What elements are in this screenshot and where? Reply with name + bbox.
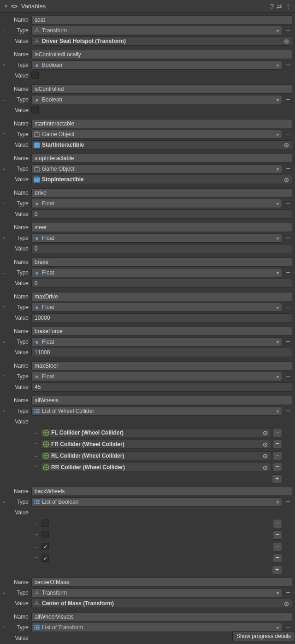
value-field[interactable]: 11000 [31,348,292,357]
name-field[interactable]: backWheels [31,487,292,496]
remove-button[interactable]: − [284,590,292,596]
drag-handle[interactable]: = [1,62,7,68]
remove-button[interactable]: − [284,499,292,505]
object-field[interactable]: StartInteractible [31,140,292,149]
drag-handle[interactable]: = [33,430,40,435]
name-field[interactable]: isControlled [31,84,292,94]
name-field[interactable]: steer [31,223,292,232]
list-item-object[interactable]: RL Collider (Wheel Collider) [41,451,271,460]
help-icon[interactable]: ? [270,3,274,10]
name-field[interactable]: brakeForce [31,327,292,336]
list-checkbox[interactable]: ✓ [41,555,49,562]
remove-item-button[interactable]: − [273,554,282,563]
name-field[interactable]: brake [31,257,292,267]
drag-handle[interactable]: = [1,408,7,414]
remove-button[interactable]: − [284,408,292,414]
remove-button[interactable]: − [284,166,292,172]
checkbox[interactable] [31,72,39,79]
list-checkbox[interactable] [41,531,49,538]
add-item-button[interactable]: + [272,474,282,483]
value-field[interactable]: 10000 [31,313,292,322]
value-field[interactable]: 0 [31,279,292,288]
drag-handle[interactable]: = [1,270,7,275]
checkbox[interactable] [31,106,39,113]
drag-handle[interactable]: = [1,339,7,345]
object-field[interactable]: StopInteractible [31,175,292,184]
value-field[interactable]: 45 [31,382,292,392]
value-field[interactable]: 0 [31,244,292,253]
remove-item-button[interactable]: − [273,428,282,437]
list-item-object[interactable]: FL Collider (Wheel Collider) [41,428,271,437]
remove-item-button[interactable]: − [273,542,282,551]
name-field[interactable]: stopInteractable [31,154,292,163]
remove-button[interactable]: − [284,373,292,380]
remove-button[interactable]: − [284,27,292,34]
remove-button[interactable]: − [284,131,292,137]
drag-handle[interactable]: = [1,97,7,102]
remove-button[interactable]: − [284,339,292,345]
collapse-icon[interactable]: ▼ [4,4,8,9]
drag-handle[interactable]: = [1,28,7,33]
drag-handle[interactable]: = [33,555,40,561]
drag-handle[interactable]: = [33,453,40,459]
name-field[interactable]: centerOfMass [31,578,292,587]
name-field[interactable]: drive [31,188,292,197]
type-dropdown[interactable]: ●Float [31,233,282,243]
type-dropdown[interactable]: List of Boolean [31,497,282,507]
type-dropdown[interactable]: ●Float [31,268,282,277]
type-dropdown[interactable]: List of Transform [31,623,282,632]
type-dropdown[interactable]: Transform [31,588,282,597]
remove-button[interactable]: − [284,624,292,631]
remove-item-button[interactable]: − [273,519,282,528]
remove-button[interactable]: − [284,96,292,103]
drag-handle[interactable]: = [1,499,7,505]
type-dropdown[interactable]: ●Float [31,303,282,312]
drag-handle[interactable]: = [1,166,7,172]
type-dropdown[interactable]: Game Object [31,164,282,173]
remove-item-button[interactable]: − [273,451,282,460]
type-dropdown[interactable]: ●Float [31,337,282,346]
preset-icon[interactable]: ⇄ [277,3,282,10]
list-item-object[interactable]: FR Collider (Wheel Collider) [41,440,271,449]
remove-button[interactable]: − [284,269,292,276]
type-dropdown[interactable]: ●Boolean [31,95,282,104]
list-checkbox[interactable] [41,519,49,527]
name-field[interactable]: seat [31,15,292,24]
name-field[interactable]: maxSteer [31,361,292,370]
progress-tooltip[interactable]: Show progress details [232,631,295,641]
remove-item-button[interactable]: − [273,463,282,472]
remove-button[interactable]: − [284,235,292,241]
drag-handle[interactable]: = [1,235,7,241]
drag-handle[interactable]: = [33,521,40,526]
drag-handle[interactable]: = [1,304,7,310]
name-field[interactable]: allWheels [31,396,292,405]
drag-handle[interactable]: = [1,590,7,596]
drag-handle[interactable]: = [33,532,40,538]
name-field[interactable]: maxDrive [31,292,292,301]
value-field[interactable]: 0 [31,209,292,219]
drag-handle[interactable]: = [33,544,40,549]
name-field[interactable]: isControlledLocally [31,50,292,59]
drag-handle[interactable]: = [1,374,7,379]
remove-item-button[interactable]: − [273,440,282,449]
add-item-button[interactable]: + [272,565,282,574]
object-field[interactable]: Center of Mass (Transform) [31,599,292,608]
type-dropdown[interactable]: List of Wheel Collider [31,406,282,416]
remove-item-button[interactable]: − [273,531,282,540]
type-dropdown[interactable]: Game Object [31,130,282,139]
object-field[interactable]: Driver Seat Hotspot (Transform) [31,36,292,46]
list-item-object[interactable]: RR Collider (Wheel Collider) [41,463,271,472]
drag-handle[interactable]: = [1,625,7,630]
drag-handle[interactable]: = [1,201,7,206]
type-dropdown[interactable]: ●Float [31,199,282,208]
component-header[interactable]: ▼ <> Variables ? ⇄ ⋮ [0,0,295,13]
name-field[interactable]: allWheelVisuals [31,612,292,621]
name-field[interactable]: startInteractable [31,119,292,128]
remove-button[interactable]: − [284,62,292,68]
drag-handle[interactable]: = [33,465,40,470]
drag-handle[interactable]: = [33,441,40,447]
type-dropdown[interactable]: ●Boolean [31,60,282,70]
kebab-menu-icon[interactable]: ⋮ [285,3,291,10]
list-checkbox[interactable]: ✓ [41,543,49,550]
type-dropdown[interactable]: Transform [31,26,282,35]
